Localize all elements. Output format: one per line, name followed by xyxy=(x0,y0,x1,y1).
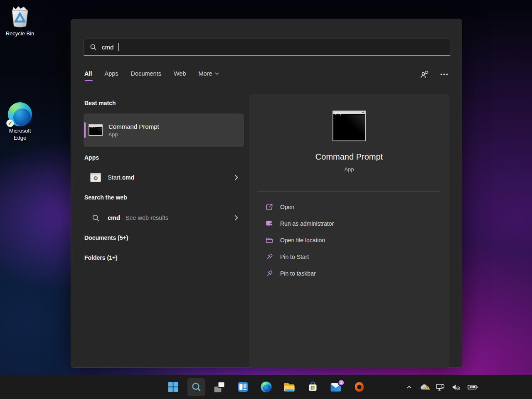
open-external-icon xyxy=(266,203,273,211)
pin-icon xyxy=(266,270,273,277)
search-input[interactable]: cmd xyxy=(84,39,450,56)
apps-header: Apps xyxy=(84,154,99,161)
selection-accent-bar xyxy=(84,122,86,138)
office-icon xyxy=(354,382,365,392)
edge-icon xyxy=(261,382,271,392)
command-prompt-icon: C:\ xyxy=(332,111,366,141)
chevron-down-icon xyxy=(215,72,219,75)
volume-muted-icon[interactable] xyxy=(452,384,461,391)
tray-chevron-up-icon[interactable] xyxy=(406,384,412,390)
network-status-icon[interactable] xyxy=(436,383,445,391)
file-explorer-icon xyxy=(284,382,295,392)
pin-icon xyxy=(266,253,273,261)
start-button[interactable] xyxy=(164,378,182,396)
action-label: Pin to taskbar xyxy=(280,270,316,277)
task-view-button[interactable] xyxy=(211,378,229,396)
tab-all[interactable]: All xyxy=(84,70,92,81)
action-open[interactable]: Open xyxy=(249,199,449,215)
action-label: Open file location xyxy=(280,237,325,244)
store-button[interactable] xyxy=(304,378,322,396)
folders-header[interactable]: Folders (1+) xyxy=(84,254,118,261)
action-run-as-administrator[interactable]: Run as administrator xyxy=(249,215,449,232)
action-label: Run as administrator xyxy=(280,220,334,227)
result-title: Command Prompt xyxy=(108,123,159,130)
result-subtitle: App xyxy=(108,132,159,138)
divider xyxy=(257,191,441,192)
result-label: Start.cmd xyxy=(108,174,228,181)
widgets-button[interactable] xyxy=(234,378,252,396)
run-admin-icon xyxy=(266,220,273,227)
edge-label: Microsoft Edge xyxy=(2,128,37,142)
search-filter-tabs: All Apps Documents Web More xyxy=(84,70,219,81)
preview-subtitle: App xyxy=(249,166,449,172)
search-button[interactable] xyxy=(187,378,205,396)
action-label: Pin to Start xyxy=(280,254,309,260)
office-button[interactable] xyxy=(350,378,368,396)
best-match-header: Best match xyxy=(84,100,116,106)
onedrive-sync-warning-icon[interactable] xyxy=(419,384,429,391)
folder-icon xyxy=(266,236,273,244)
chevron-right-icon[interactable] xyxy=(234,175,238,180)
windows-logo-icon xyxy=(167,382,178,392)
tab-web[interactable]: Web xyxy=(174,70,186,81)
action-pin-to-start[interactable]: Pin to Start xyxy=(249,249,449,265)
recycle-bin-icon xyxy=(7,3,32,29)
preview-title: Command Prompt xyxy=(249,152,449,162)
file-explorer-button[interactable] xyxy=(281,378,298,396)
result-preview-panel: C:\ Command Prompt App Open xyxy=(249,94,449,368)
best-match-result[interactable]: C:\ Command Prompt App xyxy=(84,113,244,147)
tab-more[interactable]: More xyxy=(199,70,219,81)
desktop: Recycle Bin ✓ Microsoft Edge cmd All App… xyxy=(0,0,532,399)
mail-button[interactable]: 3 xyxy=(327,378,345,396)
edge-button[interactable] xyxy=(257,378,275,396)
widgets-icon xyxy=(237,382,248,392)
search-the-web-header: Search the web xyxy=(84,194,127,201)
batch-file-icon: ⚙ xyxy=(90,173,101,182)
search-taskbar-icon xyxy=(191,382,202,392)
account-icon[interactable] xyxy=(420,70,429,79)
desktop-icon-microsoft-edge[interactable]: ✓ Microsoft Edge xyxy=(2,102,37,142)
mail-badge: 3 xyxy=(338,379,345,386)
command-prompt-icon: C:\ xyxy=(89,124,103,136)
taskbar: 3 xyxy=(0,375,532,399)
chevron-right-icon[interactable] xyxy=(234,215,238,221)
store-icon xyxy=(307,382,318,392)
text-caret xyxy=(118,43,119,51)
tab-documents[interactable]: Documents xyxy=(131,70,161,81)
warning-badge-icon xyxy=(425,384,430,392)
task-view-icon xyxy=(214,382,225,392)
system-tray xyxy=(406,375,478,399)
action-pin-to-taskbar[interactable]: Pin to taskbar xyxy=(249,265,449,282)
recycle-bin-label: Recycle Bin xyxy=(2,30,37,37)
result-web-search[interactable]: cmd - See web results xyxy=(84,209,244,227)
shortcut-check-badge: ✓ xyxy=(6,119,14,127)
result-start-cmd[interactable]: ⚙ Start.cmd xyxy=(84,168,244,187)
search-icon xyxy=(90,44,97,51)
more-options-icon[interactable] xyxy=(441,74,448,75)
action-label: Open xyxy=(280,204,294,210)
documents-header[interactable]: Documents (5+) xyxy=(84,234,128,241)
desktop-icon-recycle-bin[interactable]: Recycle Bin xyxy=(2,3,37,37)
result-label: cmd - See web results xyxy=(108,214,228,221)
tab-apps[interactable]: Apps xyxy=(105,70,118,81)
battery-charging-icon[interactable] xyxy=(468,384,478,390)
search-flyout: cmd All Apps Documents Web More xyxy=(71,19,462,368)
search-query-text: cmd xyxy=(102,44,113,51)
search-icon xyxy=(90,214,101,222)
action-open-file-location[interactable]: Open file location xyxy=(249,232,449,249)
